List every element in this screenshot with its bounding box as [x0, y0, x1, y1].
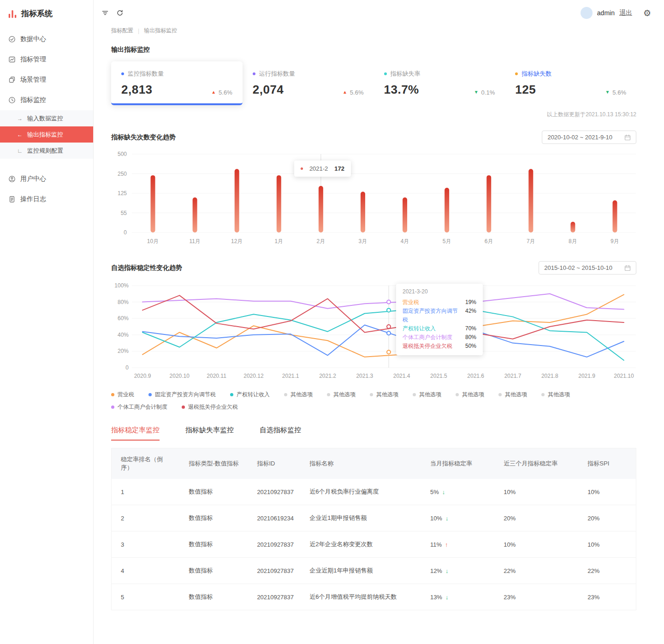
sidebar-item-label: 操作日志	[20, 195, 46, 203]
breadcrumb: 指标配置 | 输出指标监控	[94, 22, 664, 35]
col-indicator-name: 指标名称	[300, 448, 421, 479]
col-indicator-id: 指标ID	[248, 448, 300, 479]
stability-rate-table: 稳定率排名（倒序） 指标类型-数值指标 指标ID 指标名称 当月指标稳定率 近三…	[111, 448, 636, 610]
cell-indicator-id: 20210927837	[248, 558, 300, 584]
missing-count-bar-chart[interactable]: 05512525050010月11月12月1月2月3月4月5月6月7月8月9月 …	[111, 149, 637, 249]
bar-6月[interactable]	[486, 175, 491, 233]
legend-item[interactable]: 个体工商户会计制度	[111, 403, 167, 411]
submenu-item-label: 监控规则配置	[27, 147, 63, 155]
legend-item[interactable]: 产权转让收入	[230, 391, 270, 399]
sidebar-item-scene-manage[interactable]: 场景管理	[0, 70, 93, 90]
table-header-row: 稳定率排名（倒序） 指标类型-数值指标 指标ID 指标名称 当月指标稳定率 近三…	[112, 448, 636, 479]
line-series[interactable]	[142, 310, 624, 360]
legend-item[interactable]: 固定资产投资方向调节税	[148, 391, 216, 399]
svg-text:0: 0	[125, 364, 129, 371]
col-spi: 指标SPI	[578, 448, 636, 479]
stat-delta: ▲5.6%	[211, 89, 232, 96]
tab-missing-rate-monitor[interactable]: 指标缺失率监控	[185, 426, 234, 441]
stat-delta: ▼0.1%	[474, 89, 495, 96]
app-logo: 指标系统	[0, 0, 93, 29]
table-row[interactable]: 3数值指标20210927837近2年企业名称变更次数11%↑10%10%	[112, 531, 636, 558]
table-row[interactable]: 5数值指标20210927837近6个月增值税平均提前纳税天数13%↓23%23…	[112, 584, 636, 610]
stat-value: 125	[515, 83, 536, 97]
legend-item[interactable]: 其他选项	[413, 391, 441, 399]
legend-item[interactable]: 其他选项	[541, 391, 570, 399]
sidebar-item-data-center[interactable]: 数据中心	[0, 29, 93, 49]
stat-card-missing-count[interactable]: 指标缺失数 125 ▼5.6%	[505, 61, 636, 105]
legend-dot-icon	[111, 393, 114, 396]
refresh-icon[interactable]	[116, 9, 124, 17]
bar-8月[interactable]	[570, 222, 575, 233]
table-row[interactable]: 2数值指标20210619234企业近1期申报销售额10%↓20%20%	[112, 505, 636, 531]
legend-label: 营业税	[118, 391, 134, 399]
cell-rank: 2	[112, 505, 180, 531]
cell-indicator-name: 企业近期1年申报销售额	[300, 558, 421, 584]
submenu-item-input-data-monitor[interactable]: → 输入数据监控	[0, 110, 93, 126]
bar-7月[interactable]	[528, 169, 533, 233]
line-chart-canvas[interactable]: 020%40%60%80%100%2020.92020.102020.11202…	[111, 280, 637, 382]
table-row[interactable]: 4数值指标20210927837企业近期1年申报销售额12%↓22%22%	[112, 558, 636, 584]
line-chart-date-range-picker[interactable]: 2015-10-02 ~ 2015-10-10	[539, 261, 636, 274]
bar-4月[interactable]	[403, 197, 407, 233]
legend-item[interactable]: 退税抵关停企业欠税	[182, 403, 238, 411]
logout-link[interactable]: 退出	[619, 9, 632, 17]
bar-3月[interactable]	[361, 192, 365, 233]
table-row[interactable]: 1数值指标20210927837近6个月税负率行业偏离度5%↓10%10%	[112, 479, 636, 505]
breadcrumb-item[interactable]: 指标配置	[111, 27, 133, 35]
tab-stability-rate-monitor[interactable]: 指标稳定率监控	[111, 426, 160, 441]
trend-arrow-icon: ↓	[445, 594, 449, 601]
legend-item[interactable]: 其他选项	[456, 391, 484, 399]
bar-5月[interactable]	[445, 188, 449, 233]
bar-12月[interactable]	[235, 169, 239, 233]
legend-item[interactable]: 营业税	[111, 391, 134, 399]
legend-item[interactable]: 其他选项	[370, 391, 398, 399]
bar-chart-canvas[interactable]: 05512525050010月11月12月1月2月3月4月5月6月7月8月9月	[111, 149, 637, 247]
user-avatar[interactable]	[581, 7, 593, 19]
stat-card-missing-rate[interactable]: 指标缺失率 13.7% ▼0.1%	[374, 61, 505, 105]
stat-value: 2,074	[253, 83, 284, 97]
cell-spi: 22%	[578, 558, 636, 584]
sidebar-item-indicator-manage[interactable]: 指标管理	[0, 49, 93, 70]
svg-text:0: 0	[124, 229, 127, 236]
stat-card-monitored-indicator-count[interactable]: 监控指标数量 2,813 ▲5.6%	[111, 61, 243, 105]
stability-line-chart[interactable]: 020%40%60%80%100%2020.92020.102020.11202…	[111, 280, 637, 384]
sidebar-item-operation-log[interactable]: 操作日志	[0, 189, 93, 209]
cell-three-month-rate: 22%	[494, 558, 578, 584]
cell-three-month-rate: 20%	[494, 505, 578, 531]
trend-arrow-icon: ▲	[343, 90, 347, 95]
svg-text:40%: 40%	[118, 332, 129, 338]
bar-chart-title: 指标缺失次数变化趋势	[111, 133, 176, 142]
line-series[interactable]	[142, 295, 624, 357]
bar-2月[interactable]	[319, 186, 323, 233]
submenu-item-output-indicator-monitor[interactable]: ← 输出指标监控	[0, 126, 93, 143]
collapse-menu-icon[interactable]	[101, 9, 109, 17]
calendar-icon	[624, 265, 631, 271]
sidebar-item-user-center[interactable]: 用户中心	[0, 169, 93, 189]
bar-chart-date-range-picker[interactable]: 2020-10-02 ~ 2021-9-10	[542, 131, 636, 144]
tab-selected-indicator-monitor[interactable]: 自选指标监控	[260, 426, 301, 441]
sidebar-item-indicator-monitor[interactable]: 指标监控	[0, 90, 93, 110]
legend-item[interactable]: 其他选项	[327, 391, 356, 399]
cell-indicator-name: 近6个月增值税平均提前纳税天数	[300, 584, 421, 610]
main-area: admin 退出 ⚙ 指标配置 | 输出指标监控 输出指标监控 监控指标数量 2…	[94, 0, 664, 629]
col-current-rate: 当月指标稳定率	[421, 448, 494, 479]
bar-11月[interactable]	[193, 197, 197, 233]
bar-10月[interactable]	[151, 175, 155, 233]
bar-1月[interactable]	[277, 175, 281, 233]
svg-text:2021.5: 2021.5	[430, 373, 447, 379]
svg-text:2020.9: 2020.9	[134, 373, 151, 379]
legend-item[interactable]: 其他选项	[284, 391, 313, 399]
legend-label: 个体工商户会计制度	[118, 403, 167, 411]
breadcrumb-item[interactable]: 输出指标监控	[144, 27, 177, 35]
legend-item[interactable]: 其他选项	[498, 391, 527, 399]
cell-rank: 1	[112, 479, 180, 505]
line-series[interactable]	[142, 294, 624, 310]
calendar-icon	[624, 134, 631, 141]
svg-text:125: 125	[118, 190, 127, 197]
stat-delta: ▼5.6%	[605, 89, 626, 96]
stat-card-running-indicator-count[interactable]: 运行指标数量 2,074 ▲5.6%	[243, 61, 374, 105]
svg-text:2021.9: 2021.9	[578, 373, 595, 379]
settings-gear-icon[interactable]: ⚙	[643, 9, 651, 18]
bar-9月[interactable]	[612, 200, 617, 233]
submenu-item-monitor-rule-config[interactable]: ∟ 监控规则配置	[0, 143, 93, 159]
